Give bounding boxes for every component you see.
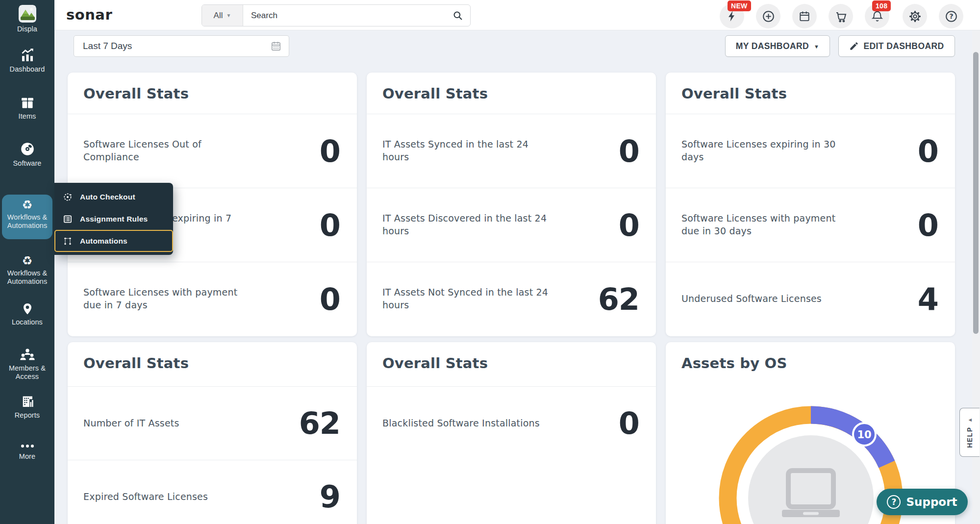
workflows-flyout-menu: Auto Checkout Assignment Rules Automatio… [54, 183, 173, 255]
notification-count-badge: 108 [872, 0, 891, 11]
support-button[interactable]: ? Support [877, 489, 968, 515]
triangle-up-icon: ▲ [967, 417, 973, 423]
stat-label: IT Assets Not Synced in the last 24 hour… [382, 286, 554, 311]
stat-row: Underused Software Licenses 4 [666, 262, 955, 336]
topbar: sonar All ▼ NEW [54, 0, 980, 30]
sidebar: Displa Dashboard Items [0, 0, 54, 524]
sidebar-item-label: Reports [0, 411, 54, 420]
stat-row: Software Licenses with payment due in 30… [666, 188, 955, 262]
sidebar-item-label: Software [0, 159, 54, 168]
sidebar-item-label: Members & Access [0, 364, 54, 380]
date-range-picker[interactable]: Last 7 Days [74, 35, 289, 57]
sidebar-item-label: Workflows & Automations [0, 269, 54, 285]
workspace-name: Displa [0, 25, 54, 33]
stat-label: Software Licenses Out of Compliance [83, 138, 255, 163]
sidebar-item-software[interactable]: Software [0, 141, 54, 168]
sidebar-item-reports[interactable]: Reports [0, 394, 54, 420]
stat-label: Expired Software Licenses [83, 491, 208, 503]
stat-row: Expired Software Licenses 9 [68, 460, 357, 524]
sidebar-item-workflows-automations-active[interactable]: ♻ Workflows & Automations [0, 199, 54, 229]
assignment-rules-icon [63, 214, 73, 224]
sidebar-item-label: Dashboard [0, 65, 54, 74]
global-search: All ▼ [201, 4, 471, 26]
scrollbar-thumb[interactable] [973, 52, 979, 334]
stat-value: 0 [320, 281, 340, 317]
menu-item-label: Assignment Rules [80, 215, 148, 224]
sidebar-item-label: Items [0, 112, 54, 121]
stats-card: Overall Stats Number of IT Assets 62 Exp… [68, 342, 357, 524]
search-input[interactable] [243, 5, 446, 26]
chevron-down-icon: ▼ [226, 13, 231, 18]
stat-label: Software Licenses with payment due in 30… [681, 212, 853, 237]
sidebar-item-dashboard[interactable]: Dashboard [0, 48, 54, 74]
menu-item-auto-checkout[interactable]: Auto Checkout [54, 186, 173, 208]
search-icon[interactable] [446, 5, 470, 26]
my-dashboard-button[interactable]: MY DASHBOARD ▼ [725, 35, 830, 57]
stat-value: 0 [619, 405, 639, 441]
menu-item-automations[interactable]: Automations [54, 230, 173, 252]
pencil-icon [849, 42, 858, 51]
date-range-value: Last 7 Days [83, 41, 132, 51]
stat-label: Software Licenses with payment due in 7 … [83, 286, 255, 311]
card-title: Overall Stats [83, 355, 341, 372]
stat-value: 0 [619, 133, 639, 169]
stat-label: IT Assets Synced in the last 24 hours [382, 138, 554, 163]
add-button[interactable] [756, 4, 780, 28]
help-button[interactable]: ? [939, 4, 963, 28]
sidebar-item-label: Workflows & Automations [0, 213, 54, 229]
automations-nodes-icon [63, 236, 73, 246]
stat-label: IT Assets Discovered in the last 24 hour… [382, 212, 554, 237]
search-scope-dropdown[interactable]: All ▼ [202, 5, 243, 26]
support-button-label: Support [906, 496, 957, 508]
chevron-down-icon: ▼ [814, 44, 819, 50]
members-people-icon [19, 347, 36, 362]
sidebar-item-items[interactable]: Items [0, 95, 54, 121]
help-tab[interactable]: HELP ▲ [959, 408, 980, 457]
stat-value: 0 [918, 133, 938, 169]
sidebar-item-members-access[interactable]: Members & Access [0, 347, 54, 380]
workflows-recycle-icon: ♻ [0, 255, 54, 267]
brand-logo[interactable]: sonar [66, 6, 112, 23]
sidebar-item-label: More [0, 452, 54, 461]
svg-text:10: 10 [857, 429, 871, 441]
edit-dashboard-button[interactable]: EDIT DASHBOARD [838, 35, 955, 57]
help-tab-label: HELP [966, 427, 974, 448]
my-dashboard-label: MY DASHBOARD [736, 41, 809, 51]
stat-value: 0 [619, 207, 639, 243]
stat-value: 4 [918, 281, 938, 317]
settings-gear-icon [908, 10, 922, 23]
more-dots-icon [19, 442, 36, 450]
calendar-button[interactable] [792, 4, 817, 28]
workspace-logo-icon [19, 5, 36, 23]
card-title: Overall Stats [83, 85, 341, 102]
stat-row: IT Assets Not Synced in the last 24 hour… [367, 262, 656, 336]
calendar-icon [798, 10, 811, 23]
stat-value: 0 [918, 207, 938, 243]
sidebar-item-label: Locations [0, 318, 54, 326]
notifications-bell-icon [871, 10, 884, 23]
new-badge: NEW [728, 0, 751, 11]
stat-label: Number of IT Assets [83, 417, 179, 430]
location-pin-icon [21, 302, 34, 316]
sidebar-item-workflows-automations[interactable]: ♻ Workflows & Automations [0, 255, 54, 285]
reports-building-icon [21, 394, 34, 409]
add-circle-icon [762, 10, 775, 23]
edit-dashboard-label: EDIT DASHBOARD [863, 41, 944, 51]
sidebar-item-locations[interactable]: Locations [0, 302, 54, 326]
stat-row: Number of IT Assets 62 [68, 386, 357, 460]
stat-label: Blacklisted Software Installations [382, 417, 540, 430]
search-scope-value: All [214, 11, 223, 21]
dashboard-content: Last 7 Days MY DASHBOARD ▼ EDIT DASHBOAR… [54, 30, 980, 524]
sidebar-workspace-logo[interactable]: Displa [0, 5, 54, 33]
stats-card: Overall Stats IT Assets Synced in the la… [367, 73, 656, 336]
menu-item-assignment-rules[interactable]: Assignment Rules [54, 208, 173, 230]
sidebar-item-more[interactable]: More [0, 442, 54, 461]
stats-card: Overall Stats Blacklisted Software Insta… [367, 342, 656, 524]
cart-button[interactable] [829, 4, 853, 28]
card-title: Overall Stats [681, 85, 939, 102]
settings-button[interactable] [903, 4, 927, 28]
card-title: Overall Stats [382, 85, 640, 102]
stat-label: Underused Software Licenses [681, 293, 822, 305]
cart-icon [834, 10, 848, 23]
quick-actions-bolt-icon [726, 10, 738, 23]
